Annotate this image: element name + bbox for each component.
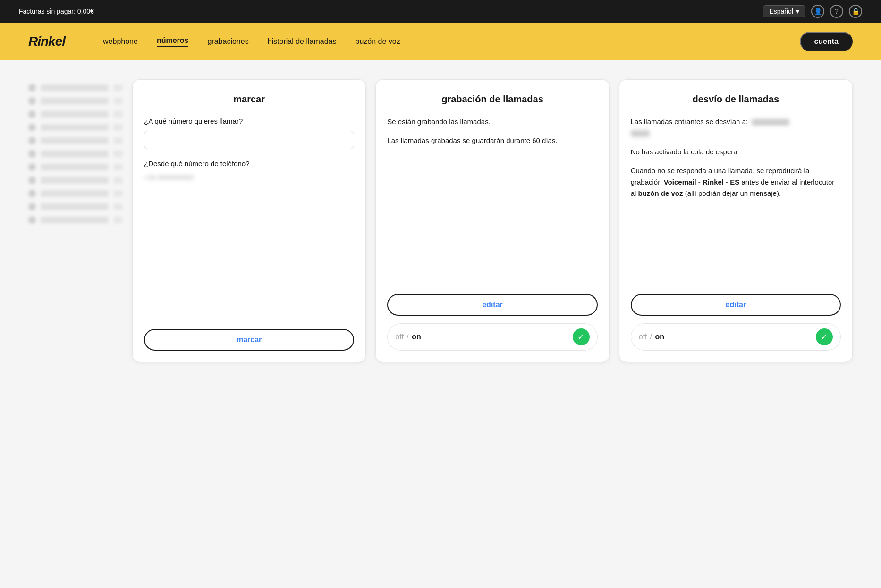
sidebar-text [41,164,109,170]
marcar-button-area: marcar [144,329,354,351]
list-item[interactable] [28,124,123,131]
desvio-card: desvío de llamadas Las llamadas entrante… [619,79,853,362]
desvio-toggle-button[interactable]: ✓ [816,328,833,345]
cards-area: marcar ¿A qué número quieres llamar? ¿De… [132,79,853,569]
nav-links: webphone números grabaciones historial d… [103,36,771,47]
navbar: Rinkel webphone números grabaciones hist… [0,23,881,60]
sidebar-dot [28,110,36,118]
sidebar-text [41,217,109,223]
marcar-from-number: +34 600000000 [144,173,354,181]
sidebar-num [113,84,123,91]
sidebar-dot [28,216,36,224]
sidebar-dot [28,137,36,144]
sidebar-dot [28,84,36,92]
sidebar-text [41,84,109,91]
desvio-edit-button[interactable]: editar [631,294,841,316]
marcar-title: marcar [144,94,354,105]
sidebar-text [41,137,109,144]
desvio-text3: Cuando no se responda a una llamada, se … [631,165,841,199]
sidebar-text [41,98,109,104]
grabacion-title: grabación de llamadas [387,94,597,105]
marcar-button[interactable]: marcar [144,329,354,351]
sidebar-dot [28,203,36,210]
sidebar-text [41,203,109,210]
marcar-question1: ¿A qué número quieres llamar? [144,116,354,126]
sidebar-num [113,217,123,223]
help-icon[interactable]: ? [830,5,843,18]
desvio-toggle-row: off / on ✓ [631,323,841,351]
list-item[interactable] [28,84,123,92]
nav-grabaciones[interactable]: grabaciones [207,37,248,46]
sidebar-num [113,98,123,104]
list-item[interactable] [28,137,123,144]
grabacion-toggle-text: off / on [395,333,421,341]
nav-webphone[interactable]: webphone [103,37,138,46]
invoice-text: Facturas sin pagar: 0,00€ [19,8,94,15]
sidebar-num [113,190,123,197]
grabacion-off-label: off [395,333,404,341]
marcar-question2: ¿Desde qué número de teléfono? [144,159,354,168]
list-item[interactable] [28,216,123,224]
grabacion-text2: Las llamadas grabadas se guardarán duran… [387,135,597,146]
sidebar-dot [28,163,36,171]
list-item[interactable] [28,203,123,210]
sidebar-text [41,111,109,118]
language-selector[interactable]: Español ▾ [763,5,805,17]
desvio-button-area: editar off / on ✓ [631,294,841,351]
sidebar-text [41,177,109,184]
grabacion-on-label: on [412,333,421,341]
grabacion-card: grabación de llamadas Se están grabando … [375,79,609,362]
grabacion-toggle-button[interactable]: ✓ [573,328,590,345]
sidebar-num [113,164,123,170]
sidebar-text [41,151,109,157]
sidebar-num [113,137,123,144]
grabacion-text1: Se están grabando las llamadas. [387,116,597,127]
sidebar-num [113,111,123,118]
nav-buzon[interactable]: buzón de voz [355,37,400,46]
nav-numeros[interactable]: números [157,36,189,47]
list-item[interactable] [28,97,123,105]
sidebar [28,79,123,569]
sidebar-text [41,190,109,197]
sidebar-num [113,124,123,131]
lock-icon[interactable]: 🔒 [849,5,862,18]
list-item[interactable] [28,150,123,158]
list-item[interactable] [28,110,123,118]
main-content: marcar ¿A qué número quieres llamar? ¿De… [0,60,881,588]
sidebar-dot [28,97,36,105]
user-icon[interactable]: 👤 [811,5,824,18]
desvio-on-label: on [655,333,665,341]
top-bar-right: Español ▾ 👤 ? 🔒 [763,5,862,18]
sidebar-dot [28,190,36,197]
sidebar-text [41,124,109,131]
grabacion-edit-button[interactable]: editar [387,294,597,316]
sidebar-num [113,177,123,184]
top-bar: Facturas sin pagar: 0,00€ Español ▾ 👤 ? … [0,0,881,23]
logo: Rinkel [28,34,65,49]
lang-label: Español [769,8,793,15]
sidebar-num [113,151,123,157]
grabacion-toggle-row: off / on ✓ [387,323,597,351]
cuenta-button[interactable]: cuenta [800,32,853,51]
list-item[interactable] [28,190,123,197]
marcar-number-input[interactable] [144,131,354,149]
sidebar-dot [28,124,36,131]
sidebar-num [113,203,123,210]
list-item[interactable] [28,176,123,184]
desvio-off-label: off [639,333,647,341]
nav-historial[interactable]: historial de llamadas [268,37,337,46]
grabacion-slash: / [407,333,411,341]
grabacion-button-area: editar off / on ✓ [387,294,597,351]
desvio-text2: No has activado la cola de espera [631,146,841,158]
desvio-number-blurred [752,119,789,126]
desvio-extra-blurred [631,130,650,137]
sidebar-dot [28,176,36,184]
sidebar-dot [28,150,36,158]
desvio-text1: Las llamadas entrantes se desvían a: [631,116,841,139]
desvio-slash: / [650,333,654,341]
desvio-toggle-text: off / on [639,333,664,341]
chevron-down-icon: ▾ [796,8,799,15]
desvio-title: desvío de llamadas [631,94,841,105]
list-item[interactable] [28,163,123,171]
marcar-card: marcar ¿A qué número quieres llamar? ¿De… [132,79,366,362]
